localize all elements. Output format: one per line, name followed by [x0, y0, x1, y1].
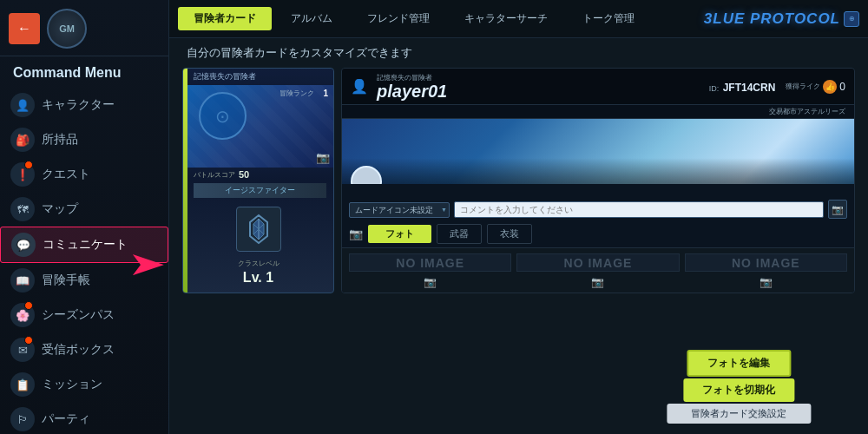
cam-btn[interactable]: 📷 [828, 200, 847, 219]
sidebar-badge-inbox [24, 336, 33, 345]
avatar-circle [351, 166, 382, 184]
arrow-indicator: ➤ [128, 245, 167, 283]
photo-tab-row: 📷 フォト 武器 衣装 [342, 222, 854, 248]
nav-tab-character-search[interactable]: キャラターサーチ [449, 7, 563, 30]
card-side-bar [183, 69, 187, 293]
cm-logo-text: GM [59, 23, 75, 34]
player-id-section: ID: JFT14CRN [709, 79, 776, 95]
sidebar-item-label-adventure-notes: 冒険手帳 [42, 273, 90, 288]
card-bg-image: ⊙ 📷 1 冒険ランク [183, 85, 333, 168]
player-cam: 👤 [351, 78, 368, 95]
sidebar-item-label-season-pass: シーズンパス [42, 307, 115, 323]
nav-tab-album[interactable]: アルバム [275, 7, 348, 30]
weapon-tab[interactable]: 武器 [437, 224, 482, 244]
likes-val: 0 [839, 81, 845, 93]
card-logo-circle: ⊙ [199, 92, 247, 140]
player-name: player01 [377, 82, 447, 100]
likes-icon: 👍 [823, 80, 837, 94]
left-card: 記憶喪失の冒険者 ⊙ 📷 1 冒険ランク バトルスコア 50 イージスファイター [182, 68, 334, 293]
class-emblem-svg [241, 212, 276, 247]
card-area: 記憶喪失の冒険者 ⊙ 📷 1 冒険ランク バトルスコア 50 イージスファイター [182, 68, 855, 293]
exchange-card-button[interactable]: 冒険者カード交換設定 [667, 404, 811, 424]
player-avatar-icon: 👤 [351, 78, 368, 95]
map-icon: 🗺 [10, 197, 35, 221]
class-label-box: イージスファイター [194, 183, 326, 198]
character-icon: 👤 [10, 93, 35, 117]
exchange-label: 交易都市アステルリーズ [342, 105, 854, 119]
photo-tab-active[interactable]: フォト [368, 225, 431, 243]
comment-input[interactable] [454, 201, 824, 218]
sidebar-item-label-map: マップ [42, 201, 78, 217]
sidebar-item-label-inventory: 所持品 [42, 132, 78, 148]
image-slot-2[interactable]: NO IMAGE [516, 253, 679, 272]
nav-tab-adventure-card[interactable]: 冒険者カード [178, 7, 272, 30]
banner-overlay [342, 119, 854, 184]
player-likes-section: 獲得ライク 👍 0 [786, 80, 845, 94]
battle-score-label: バトルスコア [194, 170, 235, 180]
bottom-popup: フォトを編集 フォトを切期化 冒険者カード交換設定 [667, 350, 811, 424]
main-content: 冒険者カードアルバムフレンド管理キャラターサーチトーク管理 3LUE PROTO… [169, 0, 868, 434]
player-id-val: JFT14CRN [723, 82, 776, 94]
sidebar-item-label-inbox: 受信ボックス [42, 342, 115, 358]
cm-logo: GM [47, 9, 87, 49]
mood-select-wrapper[interactable]: ムードアイコン未設定 ▼ [349, 201, 450, 218]
card-bg-banner [342, 119, 854, 184]
bp-icon: ⊕ [844, 11, 859, 27]
mood-row: ムードアイコン未設定 ▼ 📷 [342, 184, 854, 222]
class-emblem-wrapper [183, 200, 333, 259]
slot-cam-3[interactable]: 📷 [685, 273, 847, 289]
battle-score-val: 50 [239, 169, 249, 180]
sidebar-badge-season-pass [24, 301, 33, 310]
right-panel: 👤 記憶喪失の冒険者 player01 ID: JFT14CRN 獲得ライク 👍… [341, 68, 855, 293]
sidebar-item-quest[interactable]: ❗クエスト [0, 157, 168, 192]
slot-cam-row: 📷 📷 📷 [342, 273, 854, 293]
edit-photo-button[interactable]: フォトを編集 [687, 350, 791, 377]
image-slot-3[interactable]: NO IMAGE [685, 253, 847, 272]
battle-score-row: バトルスコア 50 [183, 168, 333, 181]
slot-cam-1[interactable]: 📷 [349, 273, 511, 289]
page-subtitle: 自分の冒険者カードをカスタマイズできます [169, 38, 868, 68]
communicate-icon: 💬 [11, 233, 36, 257]
cam-small-icon: 📷 [349, 227, 363, 240]
top-nav: 冒険者カードアルバムフレンド管理キャラターサーチトーク管理 3LUE PROTO… [169, 0, 868, 38]
sidebar-header: ← GM [0, 0, 168, 56]
image-slot-1[interactable]: NO IMAGE [349, 253, 511, 272]
sidebar-item-label-party: パーティ [42, 411, 90, 427]
command-menu-title: Command Menu [0, 56, 168, 88]
sidebar-item-mission[interactable]: 📋ミッション [0, 367, 168, 402]
sidebar-item-label-communicate: コミュニケート [43, 237, 128, 253]
slot-cam-2[interactable]: 📷 [516, 273, 679, 289]
nav-tab-friend-manage[interactable]: フレンド管理 [352, 7, 445, 30]
back-button[interactable]: ← [9, 13, 40, 44]
sidebar-item-party[interactable]: 🏳パーティ [0, 402, 168, 434]
sidebar-badge-quest [24, 161, 33, 169]
image-slots: NO IMAGE NO IMAGE NO IMAGE [342, 248, 854, 273]
costume-tab[interactable]: 衣装 [487, 224, 532, 244]
sidebar-item-inbox[interactable]: ✉受信ボックス [0, 332, 168, 367]
inventory-icon: 🎒 [10, 128, 35, 152]
sidebar: ← GM Command Menu 👤キャラクター🎒所持品❗クエスト🗺マップ💬コ… [0, 0, 169, 434]
sidebar-item-inventory[interactable]: 🎒所持品 [0, 122, 168, 157]
reset-photo-button[interactable]: フォトを切期化 [683, 378, 794, 402]
nav-tabs: 冒険者カードアルバムフレンド管理キャラターサーチトーク管理 [178, 7, 650, 30]
party-icon: 🏳 [10, 407, 35, 431]
mood-select[interactable]: ムードアイコン未設定 [349, 202, 450, 218]
back-icon: ← [17, 21, 31, 36]
sidebar-item-label-quest: クエスト [42, 167, 90, 182]
class-level-val: Lv. 1 [183, 268, 333, 293]
likes-label: 獲得ライク [786, 82, 820, 91]
adventure-notes-icon: 📖 [10, 268, 35, 293]
player-info-bar: 👤 記憶喪失の冒険者 player01 ID: JFT14CRN 獲得ライク 👍… [342, 69, 854, 105]
bp-logo-area: 3LUE PROTOCOL ⊕ [704, 10, 859, 28]
player-name-section: 記憶喪失の冒険者 player01 [377, 73, 447, 100]
mission-icon: 📋 [10, 372, 35, 397]
sidebar-item-character[interactable]: 👤キャラクター [0, 88, 168, 122]
id-label: ID: [709, 84, 720, 93]
card-header-label: 記憶喪失の冒険者 [183, 69, 333, 85]
nav-tab-talk-manage[interactable]: トーク管理 [567, 7, 650, 30]
bp-logo-text: 3LUE PROTOCOL [704, 10, 840, 28]
sidebar-item-label-mission: ミッション [42, 377, 102, 392]
sidebar-item-map[interactable]: 🗺マップ [0, 192, 168, 227]
sidebar-item-season-pass[interactable]: 🌸シーズンパス [0, 298, 168, 332]
class-level-label: クラスレベル [183, 259, 333, 268]
